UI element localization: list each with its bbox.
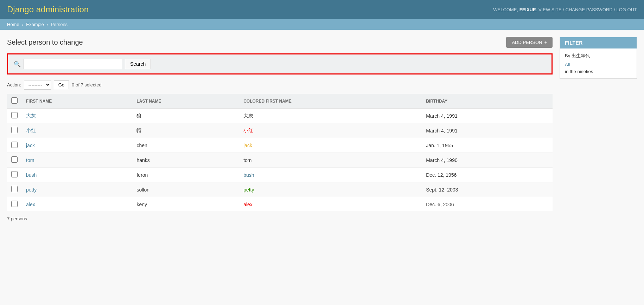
first-name-link[interactable]: 大灰 xyxy=(26,113,36,118)
search-bar: 🔍 Search xyxy=(7,53,553,74)
welcome-text: WELCOME, xyxy=(493,7,519,12)
row-checkbox-cell xyxy=(7,109,22,123)
change-password-link[interactable]: CHANGE PASSWORD xyxy=(566,7,613,12)
table-row: pettysollonpettySept. 12, 2003 xyxy=(7,182,553,197)
select-all-checkbox[interactable] xyxy=(11,97,18,104)
cell-last-name: sollon xyxy=(132,182,239,197)
search-button[interactable]: Search xyxy=(125,59,151,69)
breadcrumb-home[interactable]: Home xyxy=(7,22,19,27)
row-checkbox-cell xyxy=(7,123,22,138)
filter-title: FILTER xyxy=(560,37,637,48)
cell-colored-name: bush xyxy=(239,168,422,182)
row-checkbox-cell xyxy=(7,138,22,153)
cell-birthday: Sept. 12, 2003 xyxy=(422,182,553,197)
log-out-link[interactable]: LOG OUT xyxy=(616,7,637,12)
cell-birthday: Dec. 6, 2006 xyxy=(422,197,553,212)
row-checkbox-cell xyxy=(7,197,22,212)
cell-first-name: bush xyxy=(22,168,132,182)
go-button[interactable]: Go xyxy=(54,80,69,89)
cell-birthday: March 4, 1991 xyxy=(422,123,553,138)
filter-box: FILTER By 出生年代 All in the nineties xyxy=(560,37,637,79)
result-count: 7 persons xyxy=(7,216,553,221)
cell-colored-name: alex xyxy=(239,197,422,212)
table-row: 小红帽小红March 4, 1991 xyxy=(7,123,553,138)
table-row: 大灰狼大灰March 4, 1991 xyxy=(7,109,553,123)
first-name-link[interactable]: bush xyxy=(26,172,37,178)
filter-content: By 出生年代 All in the nineties xyxy=(560,48,637,78)
breadcrumb-example[interactable]: Example xyxy=(26,22,44,27)
first-name-link[interactable]: petty xyxy=(26,187,37,193)
content-header: Select person to change ADD PERSON + xyxy=(7,37,553,48)
first-name-link[interactable]: alex xyxy=(26,202,35,207)
row-checkbox-cell xyxy=(7,168,22,182)
cell-first-name: tom xyxy=(22,153,132,168)
col-header-colored-name: COLORED FIRST NAME xyxy=(239,94,422,109)
results-table: FIRST NAME LAST NAME COLORED FIRST NAME … xyxy=(7,94,553,212)
row-checkbox-cell xyxy=(7,182,22,197)
cell-colored-name: tom xyxy=(239,153,422,168)
filter-by-label: By 出生年代 xyxy=(565,53,632,59)
first-name-link[interactable]: jack xyxy=(26,143,35,148)
filter-all-link[interactable]: All xyxy=(565,62,632,67)
cell-last-name: keny xyxy=(132,197,239,212)
view-site-link[interactable]: VIEW SITE xyxy=(538,7,562,12)
header: Django administration WELCOME, FEIXUE. V… xyxy=(0,0,644,19)
filter-nineties: in the nineties xyxy=(565,69,593,74)
add-person-button[interactable]: ADD PERSON + xyxy=(506,37,553,48)
colored-name-text: bush xyxy=(243,172,254,178)
cell-colored-name: jack xyxy=(239,138,422,153)
actions-row: Action: --------- Go 0 of 7 selected xyxy=(7,80,553,90)
colored-name-text: jack xyxy=(243,143,252,148)
colored-name-text: tom xyxy=(243,157,251,163)
col-header-last-name: LAST NAME xyxy=(132,94,239,109)
cell-colored-name: 小红 xyxy=(239,123,422,138)
col-header-birthday: BIRTHDAY xyxy=(422,94,553,109)
breadcrumb-sep2: › xyxy=(46,22,49,27)
header-user-info: WELCOME, FEIXUE. VIEW SITE / CHANGE PASS… xyxy=(493,7,637,12)
content-area: Select person to change ADD PERSON + 🔍 S… xyxy=(7,37,553,221)
cell-birthday: Dec. 12, 1956 xyxy=(422,168,553,182)
row-checkbox-cell xyxy=(7,153,22,168)
cell-last-name: feron xyxy=(132,168,239,182)
breadcrumb: Home › Example › Persons xyxy=(0,19,644,30)
row-checkbox[interactable] xyxy=(11,201,18,207)
table-row: bushferonbushDec. 12, 1956 xyxy=(7,168,553,182)
row-checkbox[interactable] xyxy=(11,186,18,192)
colored-name-text: 大灰 xyxy=(243,113,253,118)
colored-name-text: 小红 xyxy=(243,128,253,133)
table-row: tomhankstomMarch 4, 1990 xyxy=(7,153,553,168)
selected-count: 0 of 7 selected xyxy=(72,82,102,87)
row-checkbox[interactable] xyxy=(11,142,18,148)
cell-colored-name: petty xyxy=(239,182,422,197)
table-header-row: FIRST NAME LAST NAME COLORED FIRST NAME … xyxy=(7,94,553,109)
cell-first-name: alex xyxy=(22,197,132,212)
add-icon: + xyxy=(544,40,547,45)
cell-first-name: jack xyxy=(22,138,132,153)
search-input[interactable] xyxy=(24,59,122,69)
cell-birthday: Jan. 1, 1955 xyxy=(422,138,553,153)
cell-last-name: chen xyxy=(132,138,239,153)
breadcrumb-sep1: › xyxy=(22,22,25,27)
colored-name-text: alex xyxy=(243,202,253,207)
table-body: 大灰狼大灰March 4, 1991小红帽小红March 4, 1991jack… xyxy=(7,109,553,212)
add-person-label: ADD PERSON xyxy=(512,40,542,45)
sep1: / xyxy=(563,7,565,12)
row-checkbox[interactable] xyxy=(11,156,18,163)
search-icon: 🔍 xyxy=(14,61,21,67)
sidebar: FILTER By 出生年代 All in the nineties xyxy=(560,37,637,221)
page-title: Select person to change xyxy=(7,38,83,46)
cell-last-name: 帽 xyxy=(132,123,239,138)
row-checkbox[interactable] xyxy=(11,171,18,177)
cell-birthday: March 4, 1990 xyxy=(422,153,553,168)
cell-first-name: petty xyxy=(22,182,132,197)
cell-first-name: 小红 xyxy=(22,123,132,138)
action-select[interactable]: --------- xyxy=(24,80,51,90)
first-name-link[interactable]: tom xyxy=(26,157,34,163)
row-checkbox[interactable] xyxy=(11,127,18,133)
table-row: jackchenjackJan. 1, 1955 xyxy=(7,138,553,153)
row-checkbox[interactable] xyxy=(11,112,18,118)
first-name-link[interactable]: 小红 xyxy=(26,128,36,133)
cell-last-name: hanks xyxy=(132,153,239,168)
table-row: alexkenyalexDec. 6, 2006 xyxy=(7,197,553,212)
cell-first-name: 大灰 xyxy=(22,109,132,123)
